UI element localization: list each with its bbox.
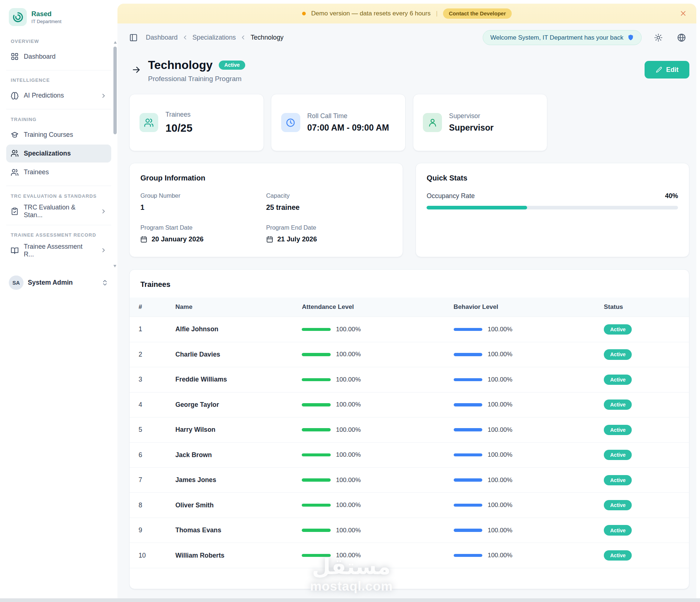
chevron-right-icon xyxy=(100,247,107,253)
chevron-left-icon xyxy=(240,34,246,41)
sidebar-item-trainee-assessment[interactable]: Trainee Assessment R... xyxy=(6,241,111,259)
stat-card-trainees: Trainees 10/25 xyxy=(129,94,264,151)
attendance-bar xyxy=(302,353,330,356)
section-label-training: TRAINING xyxy=(6,113,111,125)
sidebar-item-label: Specializations xyxy=(24,150,71,157)
table-row: 9 Thomas Evans 100.00% 100.00% Active xyxy=(130,518,689,543)
behavior-bar xyxy=(454,453,482,457)
status-badge: Active xyxy=(219,61,245,70)
stat-label: Roll Call Time xyxy=(307,112,389,120)
attendance-value: 100.00% xyxy=(336,527,361,534)
attendance-bar xyxy=(302,554,330,557)
attendance-bar-fill xyxy=(302,529,330,532)
chevrons-up-down-icon xyxy=(101,279,109,287)
group-information-card: Group Information Group Number 1 Capacit… xyxy=(129,163,403,257)
app-logo-icon xyxy=(9,8,27,26)
banner-close-button[interactable] xyxy=(679,9,688,18)
table-row: 5 Harry Wilson 100.00% 100.00% Active xyxy=(130,417,689,442)
attendance-bar xyxy=(302,453,330,457)
row-num: 1 xyxy=(130,317,175,342)
behavior-value: 100.00% xyxy=(487,426,512,434)
behavior-bar xyxy=(454,353,482,356)
row-num: 6 xyxy=(130,442,175,467)
scroll-down-arrow-icon[interactable] xyxy=(113,265,116,267)
avatar: SA xyxy=(9,276,23,290)
occupancy-bar-fill xyxy=(427,206,527,209)
back-button[interactable] xyxy=(130,64,142,76)
field-start-date: Program Start Date 20 January 2026 xyxy=(140,224,266,243)
scrollbar-thumb[interactable] xyxy=(113,47,117,135)
sidebar-item-dashboard[interactable]: Dashboard xyxy=(6,48,111,66)
chevron-left-icon xyxy=(182,34,188,41)
scroll-up-arrow-icon[interactable] xyxy=(114,41,117,44)
attendance-value: 100.00% xyxy=(336,426,361,434)
sidebar-toggle-button[interactable] xyxy=(127,32,139,44)
field-group-number: Group Number 1 xyxy=(140,192,266,212)
panel-left-icon xyxy=(129,33,138,42)
demo-banner-text: Demo version — data resets every 6 hours xyxy=(311,10,431,17)
trainees-users-icon xyxy=(139,113,158,132)
stat-label: Supervisor xyxy=(449,112,493,120)
table-row: 8 Oliver Smith 100.00% 100.00% Active xyxy=(130,493,689,518)
trainee-name: Alfie Johnson xyxy=(175,317,302,342)
table-row: 2 Charlie Davies 100.00% 100.00% Active xyxy=(130,342,689,367)
attendance-bar-fill xyxy=(302,453,330,457)
attendance-value: 100.00% xyxy=(336,501,361,509)
sidebar-item-training-courses[interactable]: Training Courses xyxy=(6,126,111,144)
table-row: 3 Freddie Williams 100.00% 100.00% Activ… xyxy=(130,367,689,392)
contact-developer-button[interactable]: Contact the Developer xyxy=(443,8,512,19)
theme-toggle-button[interactable] xyxy=(652,32,664,44)
user-menu[interactable]: SA System Admin xyxy=(6,273,111,293)
occupancy-rate-label: Occupancy Rate xyxy=(427,192,475,200)
trainee-name: Charlie Davies xyxy=(175,342,302,367)
sidebar-item-trc-evaluation[interactable]: TRC Evaluation & Stan... xyxy=(6,203,111,220)
breadcrumb-current: Technology xyxy=(251,34,284,41)
table-row: 6 Jack Brown 100.00% 100.00% Active xyxy=(130,442,689,467)
trainee-name: Harry Wilson xyxy=(175,417,302,442)
breadcrumb-dashboard[interactable]: Dashboard xyxy=(146,34,178,41)
clock-icon xyxy=(281,113,300,132)
status-badge: Active xyxy=(604,475,632,485)
pencil-icon xyxy=(656,66,662,73)
behavior-bar xyxy=(454,428,482,431)
status-badge: Active xyxy=(604,399,632,410)
topbar: Dashboard Specializations Technology Wel… xyxy=(117,26,696,50)
behavior-bar-fill xyxy=(454,453,482,457)
sidebar: Rased IT Department OVERVIEW Dashboard I… xyxy=(0,0,117,598)
sidebar-item-trainees[interactable]: Trainees xyxy=(6,163,111,181)
behavior-bar-fill xyxy=(454,378,482,382)
edit-button[interactable]: Edit xyxy=(645,61,689,79)
sidebar-scrollbar[interactable] xyxy=(113,41,117,267)
supervisor-user-icon xyxy=(423,113,442,132)
attendance-value: 100.00% xyxy=(336,451,361,459)
row-num: 9 xyxy=(130,518,175,543)
stat-cards: Trainees 10/25 Roll Call Time 07:00 AM -… xyxy=(129,94,689,151)
behavior-bar-fill xyxy=(454,478,482,482)
card-title: Quick Stats xyxy=(427,174,678,182)
sidebar-item-ai-predictions[interactable]: AI Predictions xyxy=(6,87,111,105)
attendance-bar-fill xyxy=(302,428,330,431)
column-header-attendance: Attendance Level xyxy=(302,298,453,317)
row-num: 5 xyxy=(130,417,175,442)
dashboard-grid-icon xyxy=(11,52,19,61)
behavior-value: 100.00% xyxy=(487,401,512,408)
stat-card-supervisor: Supervisor Supervisor xyxy=(413,94,548,151)
sidebar-item-specializations[interactable]: Specializations xyxy=(6,145,111,163)
page-header: Technology Active Professional Training … xyxy=(129,58,689,83)
behavior-value: 100.00% xyxy=(487,376,512,383)
main-panel: Demo version — data resets every 6 hours… xyxy=(117,4,696,598)
attendance-bar xyxy=(302,378,330,382)
status-badge: Active xyxy=(604,425,632,435)
welcome-banner: Welcome System, IT Department has your b… xyxy=(483,30,642,45)
attendance-value: 100.00% xyxy=(336,477,361,484)
status-badge: Active xyxy=(604,375,632,385)
breadcrumb-specializations[interactable]: Specializations xyxy=(192,34,236,41)
info-row: Group Information Group Number 1 Capacit… xyxy=(129,163,689,257)
status-badge: Active xyxy=(604,550,632,561)
quick-stats-card: Quick Stats Occupancy Rate 40% xyxy=(416,163,689,257)
attendance-value: 100.00% xyxy=(336,552,361,559)
table-row: 1 Alfie Johnson 100.00% 100.00% Active xyxy=(130,317,689,342)
language-button[interactable] xyxy=(675,32,688,44)
stat-card-roll-call: Roll Call Time 07:00 AM - 09:00 AM xyxy=(271,94,406,151)
page-title: Technology xyxy=(148,58,213,72)
